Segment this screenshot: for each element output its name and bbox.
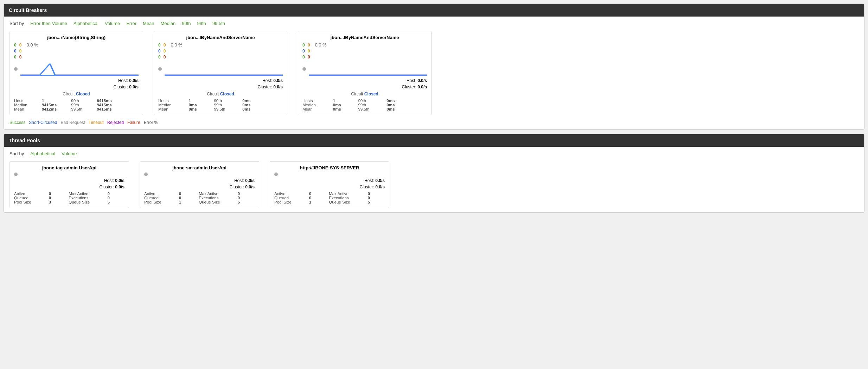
mean-label: Mean bbox=[302, 107, 331, 111]
sort-mean[interactable]: Mean bbox=[143, 21, 154, 26]
tp-sort-volume[interactable]: Volume bbox=[62, 151, 77, 156]
mean-label: Mean bbox=[14, 107, 40, 111]
queued-label: Queued bbox=[14, 196, 46, 200]
tp-card-2-cluster-rate: 0.0/s bbox=[245, 184, 255, 189]
rejected-count: 0 bbox=[164, 48, 166, 54]
cb-card-3-circuit-state: Closed bbox=[364, 92, 378, 96]
queued-label: Queued bbox=[144, 196, 176, 200]
sort-995th[interactable]: 99.5th bbox=[212, 21, 225, 26]
queued-label: Queued bbox=[274, 196, 306, 200]
median-val: 9415ms bbox=[42, 103, 69, 107]
tp-card-2-status-dot bbox=[144, 173, 148, 176]
cb-card-1-stats: Hosts 1 90th 9415ms Median 9415ms 99th 9… bbox=[14, 99, 139, 111]
short-circuit-count: 0 bbox=[14, 48, 17, 54]
legend-timeout: Timeout bbox=[89, 120, 104, 125]
success-count: 0 bbox=[302, 42, 305, 48]
sort-error[interactable]: Error bbox=[126, 21, 136, 26]
hosts-label: Hosts bbox=[14, 99, 40, 103]
tp-card-1-rates: Host: 0.0/s Cluster: 0.0/s bbox=[14, 177, 125, 190]
active-val: 0 bbox=[49, 192, 66, 196]
short-circuit-count: 0 bbox=[302, 48, 305, 54]
thread-pools-body: Sort by Alphabetical Volume jbone-tag-ad… bbox=[4, 147, 864, 212]
p99-val: 9415ms bbox=[97, 103, 124, 107]
executions-label: Executions bbox=[199, 196, 235, 200]
cb-card-2-counters: 0 0 0 0 0 0 0.0 % bbox=[158, 42, 283, 60]
tp-card-2-host-rate: 0.0/s bbox=[245, 178, 255, 183]
short-circuit-count: 0 bbox=[158, 48, 161, 54]
cb-card-3-left-counters: 0 0 0 bbox=[302, 42, 305, 60]
queue-size-val: 5 bbox=[237, 200, 255, 204]
cb-card-2-left-counters: 0 0 0 bbox=[158, 42, 161, 60]
success-count: 0 bbox=[158, 42, 161, 48]
sort-alphabetical[interactable]: Alphabetical bbox=[74, 21, 98, 26]
cb-card-3-chart-area bbox=[302, 62, 427, 76]
cb-card-3-error-pct: 0.0 % bbox=[315, 42, 326, 48]
cb-card-3-host-rate: 0.0/s bbox=[417, 78, 427, 83]
tp-card-1-host-rate: 0.0/s bbox=[115, 178, 125, 183]
median-label: Median bbox=[14, 103, 40, 107]
queued-val: 0 bbox=[49, 196, 66, 200]
median-label: Median bbox=[302, 103, 331, 107]
active-label: Active bbox=[144, 192, 176, 196]
p995-val: 9415ms bbox=[97, 107, 124, 111]
legend-bad-request: Bad Request bbox=[60, 120, 85, 125]
tp-card-3-title: http://JBONE-SYS-SERVER bbox=[274, 165, 385, 170]
sort-volume[interactable]: Volume bbox=[105, 21, 120, 26]
p995-val: 0ms bbox=[242, 107, 266, 111]
pool-size-val: 3 bbox=[49, 200, 66, 204]
tp-card-3-rates: Host: 0.0/s Cluster: 0.0/s bbox=[274, 177, 385, 190]
legend-error-pct: Error % bbox=[144, 120, 158, 125]
p90-label: 90th bbox=[71, 99, 95, 103]
pool-size-val: 1 bbox=[179, 200, 196, 204]
cb-card-2-title: jbon...lByNameAndServerName bbox=[158, 35, 283, 40]
cb-card-3-right-counters: 0 0 0 bbox=[308, 42, 310, 60]
sort-error-volume[interactable]: Error then Volume bbox=[30, 21, 67, 26]
tp-sort-bar: Sort by Alphabetical Volume bbox=[9, 151, 859, 156]
queued-val: 0 bbox=[179, 196, 196, 200]
mean-val: 0ms bbox=[333, 107, 356, 111]
timeout-count: 0 bbox=[308, 42, 310, 48]
pool-size-label: Pool Size bbox=[274, 200, 306, 204]
median-val: 0ms bbox=[333, 103, 356, 107]
cb-card-2-chart-area bbox=[158, 62, 283, 76]
thread-pool-cards: jbone-tag-admin.UserApi Host: 0.0/s Clus… bbox=[9, 161, 859, 208]
cb-card-1: jbon...rName(String,String) 0 0 0 0 0 0 … bbox=[9, 31, 143, 115]
tp-card-1-cluster-rate: 0.0/s bbox=[115, 184, 125, 189]
cb-card-3-circuit-status: Circuit Closed bbox=[302, 92, 427, 96]
queue-size-label: Queue Size bbox=[69, 200, 104, 204]
thread-pools-header: Thread Pools bbox=[4, 134, 864, 147]
circuit-breakers-body: Sort by Error then Volume Alphabetical V… bbox=[4, 17, 864, 129]
sort-median[interactable]: Median bbox=[161, 21, 176, 26]
queue-size-val: 5 bbox=[107, 200, 125, 204]
hosts-val: 1 bbox=[42, 99, 69, 103]
tp-card-2-stats: Active 0 Max Active 0 Queued 0 Execution… bbox=[144, 192, 255, 204]
tp-sort-alphabetical[interactable]: Alphabetical bbox=[30, 151, 55, 156]
cb-card-3-rates: Host: 0.0/s Cluster: 0.0/s bbox=[302, 77, 427, 90]
cb-card-3-chart bbox=[309, 62, 427, 76]
max-active-label: Max Active bbox=[199, 192, 235, 196]
p90-label: 90th bbox=[214, 99, 240, 103]
tp-card-3-stats: Active 0 Max Active 0 Queued 0 Execution… bbox=[274, 192, 385, 204]
p90-val: 0ms bbox=[242, 99, 266, 103]
timeout-count: 0 bbox=[19, 42, 22, 48]
p99-val: 0ms bbox=[242, 103, 266, 107]
rejected-count: 0 bbox=[308, 48, 310, 54]
mean-val: 9412ms bbox=[42, 107, 69, 111]
sort-90th[interactable]: 90th bbox=[182, 21, 191, 26]
pool-size-label: Pool Size bbox=[14, 200, 46, 204]
mean-label: Mean bbox=[158, 107, 187, 111]
tp-card-1-chart-area bbox=[14, 173, 125, 176]
circuit-breakers-section: Circuit Breakers Sort by Error then Volu… bbox=[4, 4, 864, 130]
cb-card-1-rates: Host: 0.0/s Cluster: 0.0/s bbox=[14, 77, 139, 90]
cb-card-1-chart-area bbox=[14, 62, 139, 76]
success-count: 0 bbox=[14, 42, 17, 48]
tp-card-2-title: jbone-sm-admin.UserApi bbox=[144, 165, 255, 170]
hosts-label: Hosts bbox=[302, 99, 331, 103]
cb-card-1-left-counters: 0 0 0 bbox=[14, 42, 17, 60]
queue-size-label: Queue Size bbox=[199, 200, 235, 204]
tp-card-3-host-rate: 0.0/s bbox=[375, 178, 385, 183]
cb-card-2-host-rate: 0.0/s bbox=[273, 78, 283, 83]
sort-99th[interactable]: 99th bbox=[197, 21, 206, 26]
p90-val: 0ms bbox=[387, 99, 410, 103]
active-label: Active bbox=[14, 192, 46, 196]
